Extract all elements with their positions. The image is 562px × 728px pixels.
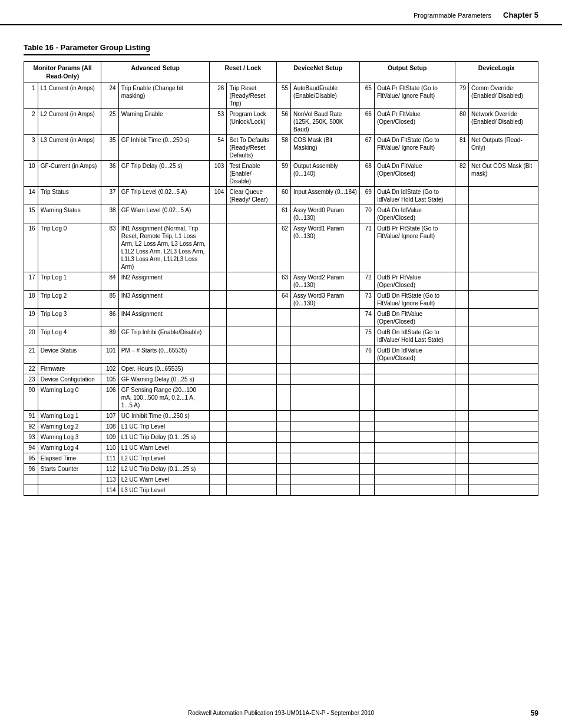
reset-num [210, 345, 227, 364]
output-num: 67 [359, 135, 374, 161]
advanced-num: 109 [101, 432, 118, 443]
output-desc: OutB Dn FltState (Go to FltValue/ Ignore… [374, 291, 455, 309]
advanced-num: 102 [101, 364, 118, 374]
devicelogix-desc [469, 327, 538, 345]
output-desc: OutA Pr FltState (Go to FltValue/ Ignore… [374, 83, 455, 109]
reset-num: 104 [210, 187, 227, 205]
monitor-num: 93 [24, 432, 38, 443]
devicenet-desc [291, 485, 360, 496]
devicenet-num [276, 345, 290, 364]
devicenet-num: 64 [276, 291, 290, 309]
devicenet-desc [291, 443, 360, 453]
devicenet-desc [291, 345, 360, 364]
advanced-num: 36 [101, 161, 118, 187]
reset-num [210, 475, 227, 485]
output-num: 66 [359, 109, 374, 135]
table-row: 15Warning Status38GF Warn Level (0.02...… [24, 205, 538, 223]
reset-desc [227, 309, 276, 327]
devicelogix-desc [469, 485, 538, 496]
devicenet-desc [291, 411, 360, 421]
monitor-num: 10 [24, 161, 38, 187]
devicenet-desc [291, 453, 360, 464]
monitor-desc: Firmware [38, 364, 101, 374]
devicenet-desc: AutoBaudEnable (Enable/Disable) [291, 83, 360, 109]
advanced-desc: Trip Enable (Change bit masking) [118, 83, 209, 109]
devicelogix-desc [469, 364, 538, 374]
advanced-desc: L1 UC Trip Level [118, 421, 209, 432]
header-section-label: Programmable Parameters [414, 12, 491, 19]
footer-page-number: 59 [531, 709, 538, 717]
header-monitor: Monitor Params (All Read-Only) [24, 62, 101, 83]
advanced-num: 25 [101, 109, 118, 135]
devicenet-desc: Assy Word1 Param (0...130) [291, 223, 360, 272]
monitor-num: 15 [24, 205, 38, 223]
output-desc: OutA Dn IdlValue (Open/Closed) [374, 205, 455, 223]
devicenet-num [276, 385, 290, 411]
devicelogix-desc [469, 272, 538, 291]
monitor-desc: L3 Current (in Amps) [38, 135, 101, 161]
monitor-num: 22 [24, 364, 38, 374]
advanced-desc: PM – # Starts (0...65535) [118, 345, 209, 364]
monitor-desc: Trip Log 4 [38, 327, 101, 345]
monitor-num: 95 [24, 453, 38, 464]
devicelogix-num [455, 385, 469, 411]
devicelogix-num [455, 464, 469, 475]
table-row: 22Firmware102Oper. Hours (0...65535) [24, 364, 538, 374]
devicenet-num [276, 485, 290, 496]
advanced-num: 107 [101, 411, 118, 421]
reset-desc [227, 453, 276, 464]
monitor-num: 1 [24, 83, 38, 109]
monitor-num: 96 [24, 464, 38, 475]
devicenet-desc: Assy Word2 Param (0...130) [291, 272, 360, 291]
devicenet-num [276, 453, 290, 464]
devicenet-desc [291, 475, 360, 485]
advanced-num: 101 [101, 345, 118, 364]
output-num [359, 485, 374, 496]
monitor-desc [38, 485, 101, 496]
devicelogix-desc [469, 223, 538, 272]
reset-desc [227, 345, 276, 364]
reset-desc [227, 327, 276, 345]
output-num [359, 374, 374, 385]
advanced-desc: Oper. Hours (0...65535) [118, 364, 209, 374]
output-desc: OutA Pr FltValue (Open/Closed) [374, 109, 455, 135]
devicenet-desc [291, 309, 360, 327]
header-output: Output Setup [359, 62, 455, 83]
monitor-num: 23 [24, 374, 38, 385]
reset-num [210, 223, 227, 272]
table-body: 1L1 Current (in Amps)24Trip Enable (Chan… [24, 83, 538, 496]
advanced-desc: GF Inhibit Time (0...250 s) [118, 135, 209, 161]
devicelogix-desc [469, 432, 538, 443]
output-desc [374, 385, 455, 411]
monitor-num: 19 [24, 309, 38, 327]
output-desc: OutA Dn FltState (Go to FltValue/ Ignore… [374, 135, 455, 161]
devicelogix-desc: Comm Override (Enabled/ Disabled) [469, 83, 538, 109]
reset-desc [227, 411, 276, 421]
devicelogix-num [455, 443, 469, 453]
devicelogix-num [455, 327, 469, 345]
devicelogix-desc [469, 374, 538, 385]
table-row: 1L1 Current (in Amps)24Trip Enable (Chan… [24, 83, 538, 109]
monitor-desc: Trip Log 3 [38, 309, 101, 327]
table-row: 95Elapsed Time111L2 UC Trip Level [24, 453, 538, 464]
devicenet-num [276, 432, 290, 443]
reset-num [210, 453, 227, 464]
devicenet-desc: COS Mask (Bit Masking) [291, 135, 360, 161]
reset-desc [227, 421, 276, 432]
devicelogix-desc [469, 205, 538, 223]
output-desc [374, 374, 455, 385]
reset-num [210, 432, 227, 443]
output-num [359, 432, 374, 443]
reset-desc [227, 374, 276, 385]
devicenet-desc [291, 464, 360, 475]
output-num: 71 [359, 223, 374, 272]
output-desc [374, 464, 455, 475]
devicelogix-desc [469, 291, 538, 309]
devicenet-desc: Input Assembly (0...184) [291, 187, 360, 205]
output-desc: OutB Pr FltState (Go to FltValue/ Ignore… [374, 223, 455, 272]
table-title: Table 16 - Parameter Group Listing [24, 43, 150, 55]
monitor-desc: Warning Log 4 [38, 443, 101, 453]
devicenet-num: 55 [276, 83, 290, 109]
devicelogix-desc [469, 421, 538, 432]
monitor-num: 3 [24, 135, 38, 161]
